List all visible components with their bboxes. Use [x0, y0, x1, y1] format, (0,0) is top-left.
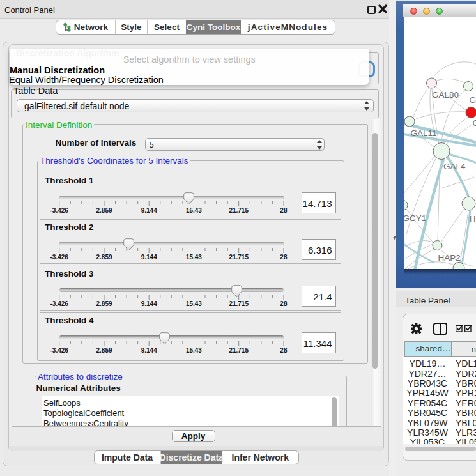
svg-text:GAL80: GAL80 [432, 90, 459, 100]
svg-text:GA: GA [470, 95, 476, 105]
svg-text:CD: CD [472, 118, 476, 128]
svg-text:HI: HI [470, 214, 476, 224]
svg-text:GCY1: GCY1 [404, 213, 426, 223]
svg-text:GAL11: GAL11 [411, 128, 437, 138]
svg-text:GAL4: GAL4 [443, 162, 466, 171]
svg-text:HAP2: HAP2 [438, 253, 461, 263]
